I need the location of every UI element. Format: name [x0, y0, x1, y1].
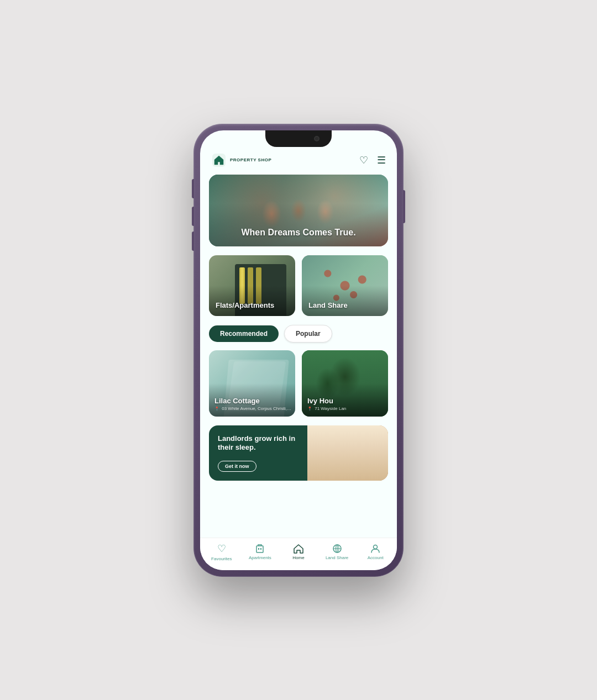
filter-popular[interactable]: Popular [284, 325, 332, 343]
nav-landshare[interactable]: Land Share [318, 544, 357, 560]
svg-rect-3 [258, 548, 259, 550]
svg-rect-4 [260, 548, 261, 550]
header: PROPERTY SHOP ♡ ☰ [200, 148, 397, 175]
nav-apartments-label: Apartments [249, 555, 271, 560]
nav-favourites-label: Favourites [211, 556, 232, 561]
nav-account-icon [370, 544, 380, 554]
logo: PROPERTY SHOP [211, 152, 271, 168]
ad-cta-button[interactable]: Get it now [218, 461, 256, 472]
property-card-ivy[interactable]: Ivy Hou 📍 71 Wayside Lan [302, 350, 388, 417]
lilac-address: 📍 03 White Avenue, Corpus Christi, TX [214, 406, 292, 411]
svg-point-1 [218, 156, 220, 159]
nav-apartments-icon [255, 544, 265, 554]
property-row: Lilac Cottage 📍 03 White Avenue, Corpus … [209, 350, 388, 417]
svg-point-9 [374, 545, 378, 549]
ivy-info: Ivy Hou 📍 71 Wayside Lan [307, 397, 385, 411]
nav-favourites-icon: ♡ [217, 543, 226, 555]
ad-headline: Landlords grow rich in their sleep. [218, 434, 298, 453]
nav-home-label: Home [292, 555, 304, 560]
phone-frame: PROPERTY SHOP ♡ ☰ When Dreams Comes True… [193, 124, 404, 577]
bedroom-image [307, 425, 388, 481]
lilac-info: Lilac Cottage 📍 03 White Avenue, Corpus … [214, 397, 292, 411]
category-grid: Flats/Apartments Land Share [209, 255, 388, 316]
nav-home-icon [293, 544, 304, 554]
nav-account-label: Account [368, 555, 384, 560]
nav-landshare-label: Land Share [326, 555, 348, 560]
menu-icon[interactable]: ☰ [377, 154, 386, 166]
nav-home[interactable]: Home [279, 544, 318, 560]
ivy-address: 📍 71 Wayside Lan [307, 406, 385, 411]
ad-left: Landlords grow rich in their sleep. Get … [209, 425, 307, 481]
category-card-flats[interactable]: Flats/Apartments [209, 255, 295, 316]
ad-banner: Landlords grow rich in their sleep. Get … [209, 425, 388, 481]
screen-content: PROPERTY SHOP ♡ ☰ When Dreams Comes True… [200, 130, 397, 538]
logo-text: PROPERTY SHOP [230, 157, 271, 163]
ivy-name: Ivy Hou [307, 397, 385, 405]
location-icon-lilac: 📍 [214, 407, 219, 410]
nav-landshare-icon [332, 544, 342, 554]
location-icon-ivy: 📍 [307, 407, 312, 410]
hero-text: When Dreams Comes True. [209, 228, 388, 238]
nav-apartments[interactable]: Apartments [241, 544, 280, 560]
front-camera [314, 136, 320, 141]
favourites-icon[interactable]: ♡ [359, 154, 368, 166]
filter-recommended[interactable]: Recommended [209, 325, 279, 342]
header-actions: ♡ ☰ [359, 154, 386, 166]
svg-rect-2 [256, 546, 263, 552]
land-label: Land Share [308, 301, 348, 309]
nav-account[interactable]: Account [356, 544, 395, 560]
lilac-name: Lilac Cottage [214, 397, 292, 405]
property-card-lilac[interactable]: Lilac Cottage 📍 03 White Avenue, Corpus … [209, 350, 295, 417]
bottom-nav: ♡ Favourites Apartments Home [200, 538, 397, 570]
ad-right [307, 425, 388, 481]
hero-banner: When Dreams Comes True. [209, 175, 388, 246]
flats-label: Flats/Apartments [216, 301, 274, 309]
phone-screen: PROPERTY SHOP ♡ ☰ When Dreams Comes True… [200, 130, 397, 570]
logo-icon [211, 152, 227, 168]
filter-row: Recommended Popular [209, 325, 388, 343]
notch [265, 130, 332, 147]
category-card-land[interactable]: Land Share [302, 255, 388, 316]
nav-favourites[interactable]: ♡ Favourites [202, 543, 241, 561]
